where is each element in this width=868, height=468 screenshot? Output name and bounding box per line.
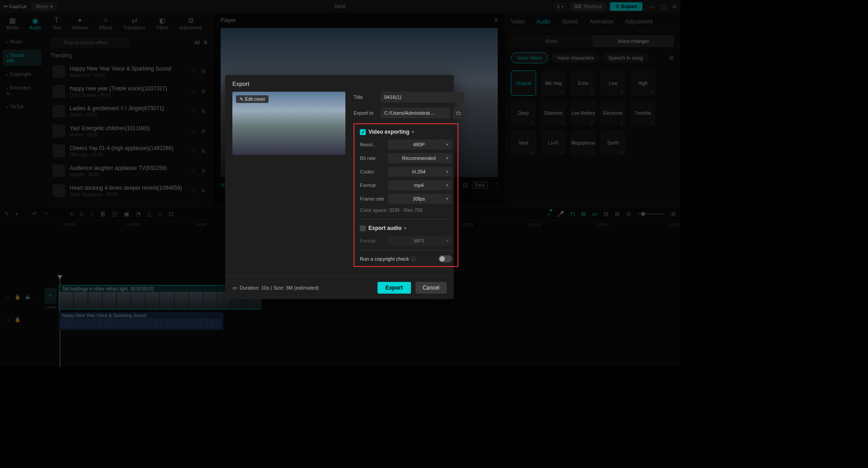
export-dialog: Export ✎ Edit cover Title Export to 🗀 — [225, 75, 454, 299]
select-value: Recommended — [392, 155, 446, 161]
chevron-down-icon[interactable]: ▾ — [404, 226, 406, 230]
chevron-down-icon: ▾ — [446, 239, 448, 243]
codec-select[interactable]: H.264▾ — [388, 167, 452, 177]
video-export-checkbox[interactable]: ✓ — [360, 129, 366, 135]
dialog-title: Export — [225, 75, 454, 92]
chevron-down-icon: ▾ — [446, 183, 448, 187]
pencil-icon: ✎ — [240, 97, 243, 102]
select-value: 480P — [392, 142, 446, 147]
audio-format-label: Format — [360, 238, 388, 243]
bitrate-label: Bit rate — [360, 155, 388, 161]
select-value: MP3 — [392, 238, 446, 243]
edit-cover-label: Edit cover — [245, 97, 265, 102]
export-path-input[interactable] — [381, 108, 450, 118]
title-label: Title — [354, 94, 381, 100]
export-duration: ▭ Duration: 10s | Size: 3M (estimated) — [232, 285, 319, 291]
video-section-label: Video exporting — [368, 129, 409, 135]
export-settings-highlight: ✓ Video exporting ▾ Resol…480P▾ Bit rate… — [354, 123, 458, 267]
film-icon: ▭ — [232, 285, 237, 291]
copyright-toggle[interactable] — [439, 255, 452, 262]
colorspace-text: Color space: SDR - Rec.709 — [360, 207, 452, 213]
framerate-select[interactable]: 30fps▾ — [388, 194, 452, 204]
codec-label: Codec — [360, 169, 388, 174]
export-to-label: Export to — [354, 110, 381, 116]
format-label: Format — [360, 183, 388, 188]
chevron-down-icon[interactable]: ▾ — [412, 130, 414, 134]
cancel-button[interactable]: Cancel — [415, 282, 447, 294]
browse-button[interactable]: 🗀 — [453, 107, 464, 119]
audio-format-select: MP3▾ — [388, 236, 452, 246]
resolution-select[interactable]: 480P▾ — [388, 140, 452, 150]
chevron-down-icon: ▾ — [446, 142, 448, 147]
format-select[interactable]: mp4▾ — [388, 180, 452, 190]
info-icon[interactable]: ⓘ — [411, 256, 416, 262]
duration-text: Duration: 10s | Size: 3M (estimated) — [240, 285, 319, 290]
select-value: H.264 — [392, 169, 446, 174]
chevron-down-icon: ▾ — [446, 156, 448, 160]
folder-icon: 🗀 — [456, 110, 461, 116]
select-value: 30fps — [392, 196, 446, 201]
chevron-down-icon: ▾ — [446, 169, 448, 174]
bitrate-select[interactable]: Recommended▾ — [388, 153, 452, 163]
audio-section-label: Export audio — [368, 225, 401, 231]
audio-export-checkbox[interactable] — [360, 225, 366, 231]
edit-cover-button[interactable]: ✎ Edit cover — [236, 95, 269, 103]
resolution-label: Resol… — [360, 142, 388, 147]
video-exporting-header: ✓ Video exporting ▾ — [360, 129, 452, 135]
cover-preview: ✎ Edit cover — [232, 92, 345, 155]
audio-export-header: Export audio ▾ — [360, 219, 452, 231]
framerate-label: Frame rate — [360, 196, 388, 201]
export-confirm-button[interactable]: Export — [377, 282, 411, 294]
select-value: mp4 — [392, 183, 446, 188]
copyright-check-label: Run a copyright check ⓘ — [360, 256, 439, 262]
export-dialog-footer: ▭ Duration: 10s | Size: 3M (estimated) E… — [225, 276, 454, 299]
chevron-down-icon: ▾ — [446, 197, 448, 201]
title-input[interactable] — [381, 92, 464, 103]
